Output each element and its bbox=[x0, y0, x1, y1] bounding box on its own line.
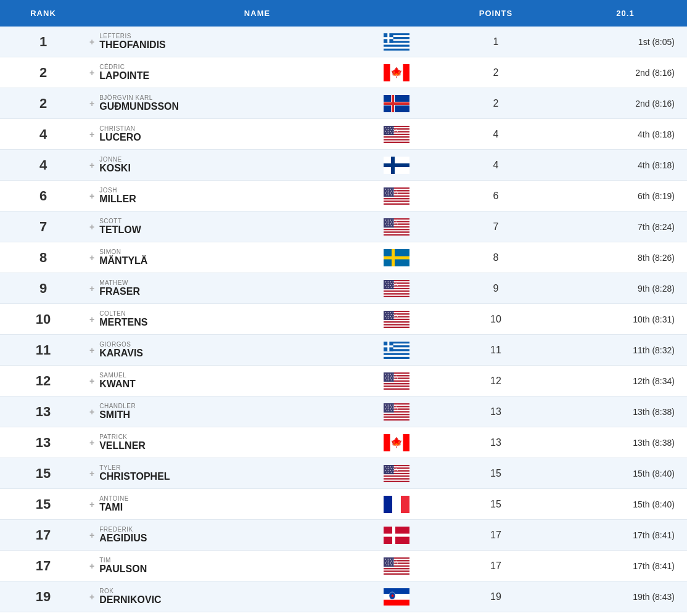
svg-rect-107 bbox=[384, 320, 409, 321]
svg-rect-142 bbox=[384, 387, 409, 388]
table-row: 6 + JOSH MILLER bbox=[0, 181, 687, 211]
svg-rect-33 bbox=[384, 140, 409, 141]
expand-icon[interactable]: + bbox=[89, 376, 94, 386]
athlete-name: COLTEN MERTENS bbox=[99, 310, 147, 328]
last-name: GUÐMUNDSSON bbox=[99, 101, 179, 112]
expand-icon[interactable]: + bbox=[89, 68, 94, 78]
svg-rect-204 bbox=[384, 569, 409, 570]
score-cell: 2nd (8:16) bbox=[564, 68, 687, 78]
athlete-name: SCOTT TETLOW bbox=[99, 218, 141, 236]
svg-rect-157 bbox=[384, 414, 409, 415]
name-cell: + TYLER CHRISTOPHEL bbox=[86, 458, 428, 488]
expand-icon[interactable]: + bbox=[89, 99, 94, 109]
table-row: 15 + ANTOINE TAMI 15 15th (8:40) bbox=[0, 489, 687, 520]
first-name: JONNE bbox=[99, 156, 131, 163]
flag-cell bbox=[384, 95, 422, 112]
rank-cell: 9 bbox=[0, 274, 86, 303]
athlete-name: PATRICK VELLNER bbox=[99, 433, 146, 451]
athlete-name: GIORGOS KARAVIS bbox=[99, 341, 143, 359]
athlete-name: TIM PAULSON bbox=[99, 557, 147, 575]
expand-icon[interactable]: + bbox=[89, 530, 94, 540]
expand-icon[interactable]: + bbox=[89, 345, 94, 355]
expand-icon[interactable]: + bbox=[89, 129, 94, 139]
svg-rect-42 bbox=[384, 163, 409, 167]
table-row: 7 + SCOTT TETLOW bbox=[0, 211, 687, 242]
athlete-name: ROK DERNIKOVIC bbox=[99, 588, 161, 606]
rank-cell: 19 bbox=[0, 583, 86, 611]
name-cell: + FREDERIK AEGIDIUS bbox=[86, 520, 428, 550]
svg-rect-90 bbox=[384, 290, 409, 292]
athlete-name: LEFTERIS THEOFANIDIS bbox=[99, 33, 166, 51]
points-cell: 17 bbox=[428, 561, 564, 572]
expand-icon[interactable]: + bbox=[89, 191, 94, 201]
expand-icon[interactable]: + bbox=[89, 160, 94, 170]
flag-cell: ★ ★ ★ ★ ★ ★ ★ ★ ★ ★ ★ ★ ★ ★ ★ ★ ★ ★ ★ ★ … bbox=[384, 187, 422, 205]
table-row: 17 + TIM PAULSON bbox=[0, 551, 687, 581]
svg-rect-202 bbox=[384, 567, 409, 568]
flag-cell: 🍁 bbox=[384, 434, 422, 451]
points-cell: 2 bbox=[428, 98, 564, 109]
expand-icon[interactable]: + bbox=[89, 407, 94, 417]
svg-rect-30 bbox=[384, 136, 409, 138]
expand-icon[interactable]: + bbox=[89, 438, 94, 448]
score-cell: 6th (8:19) bbox=[564, 191, 687, 201]
name-header: NAME bbox=[86, 0, 428, 27]
svg-rect-182 bbox=[384, 479, 409, 480]
rank-cell: 11 bbox=[0, 336, 86, 364]
last-name: THEOFANIDIS bbox=[99, 39, 166, 51]
last-name: MÄNTYLÄ bbox=[99, 255, 147, 266]
expand-icon[interactable]: + bbox=[89, 222, 94, 232]
score-cell: 9th (8:28) bbox=[564, 284, 687, 294]
svg-rect-34 bbox=[384, 141, 409, 142]
rank-cell: 17 bbox=[0, 521, 86, 549]
points-cell: 2 bbox=[428, 67, 564, 78]
svg-rect-156 bbox=[384, 413, 409, 414]
first-name: CHRISTIAN bbox=[99, 125, 141, 132]
table-row: 10 + COLTEN MERTENS bbox=[0, 304, 687, 335]
table-row: 11 + GIORGOS KARAVIS bbox=[0, 335, 687, 366]
svg-rect-125 bbox=[384, 353, 409, 355]
svg-rect-110 bbox=[384, 324, 409, 325]
svg-rect-111 bbox=[384, 325, 409, 326]
name-cell: + ROK DERNIKOVIC ★ bbox=[86, 581, 428, 612]
svg-rect-159 bbox=[384, 416, 409, 417]
score-cell: 1st (8:05) bbox=[564, 37, 687, 47]
last-name: DERNIKOVIC bbox=[99, 594, 161, 606]
svg-rect-21 bbox=[384, 102, 409, 105]
last-name: AEGIDIUS bbox=[99, 533, 147, 544]
rank-cell: 6 bbox=[0, 182, 86, 210]
svg-rect-68 bbox=[384, 228, 409, 229]
first-name: SIMON bbox=[99, 248, 147, 255]
expand-icon[interactable]: + bbox=[89, 37, 94, 47]
table-row: 1 + LEFTERIS THEOFANIDIS bbox=[0, 27, 687, 57]
points-cell: 1 bbox=[428, 36, 564, 47]
score-cell: 13th (8:38) bbox=[564, 407, 687, 417]
score-cell: 8th (8:26) bbox=[564, 253, 687, 263]
svg-rect-69 bbox=[384, 229, 409, 230]
expand-icon[interactable]: + bbox=[89, 314, 94, 324]
expand-icon[interactable]: + bbox=[89, 499, 94, 509]
svg-rect-89 bbox=[384, 289, 409, 290]
svg-rect-138 bbox=[384, 382, 409, 383]
last-name: KOSKI bbox=[99, 163, 131, 174]
svg-text:★ ★ ★ ★ ★: ★ ★ ★ ★ ★ bbox=[386, 378, 397, 380]
svg-rect-31 bbox=[384, 138, 409, 139]
expand-icon[interactable]: + bbox=[89, 561, 94, 571]
flag-cell: ★ ★ ★ ★ ★ ★ ★ ★ ★ ★ ★ ★ ★ ★ ★ ★ ★ ★ ★ ★ … bbox=[384, 126, 422, 143]
flag-cell bbox=[384, 249, 422, 266]
score-cell: 4th (8:18) bbox=[564, 160, 687, 170]
expand-icon[interactable]: + bbox=[89, 592, 94, 602]
flag-cell: ★ ★ ★ ★ ★ ★ ★ ★ ★ ★ ★ ★ ★ ★ ★ ★ ★ ★ ★ ★ … bbox=[384, 218, 422, 236]
name-cell: + CÉDRIC LAPOINTE 🍁 bbox=[86, 57, 428, 88]
last-name: LUCERO bbox=[99, 132, 141, 143]
svg-rect-52 bbox=[384, 199, 409, 200]
expand-icon[interactable]: + bbox=[89, 284, 94, 294]
svg-rect-91 bbox=[384, 292, 409, 293]
first-name: ANTOINE bbox=[99, 495, 129, 502]
svg-rect-6 bbox=[384, 43, 409, 44]
table-row: 2 + CÉDRIC LAPOINTE 🍁 2 2nd (8:16) bbox=[0, 57, 687, 88]
expand-icon[interactable]: + bbox=[89, 253, 94, 263]
svg-rect-180 bbox=[384, 477, 409, 478]
svg-rect-71 bbox=[384, 231, 409, 232]
expand-icon[interactable]: + bbox=[89, 469, 94, 478]
